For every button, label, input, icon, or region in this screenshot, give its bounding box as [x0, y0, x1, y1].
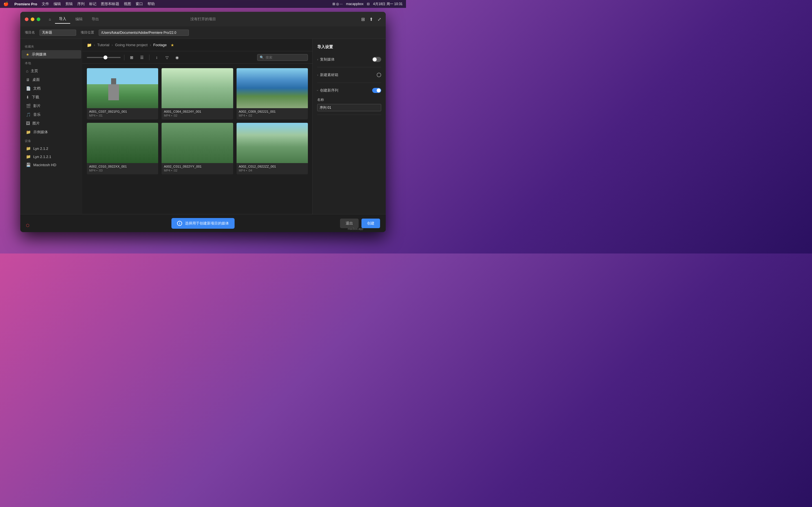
- sidebar-item-sample-media-fav[interactable]: ★ 示例媒体: [21, 50, 81, 59]
- sidebar-devices-title: 设备: [20, 136, 82, 144]
- copy-media-row: › 复制媒体: [317, 55, 381, 64]
- media-thumb-1: [87, 68, 158, 108]
- sidebar-macintosh-label: Macintosh HD: [33, 163, 56, 167]
- create-sequence-toggle-thumb: [377, 89, 380, 93]
- menubar-wifi: ⊟: [367, 2, 370, 6]
- sidebar-fav-label: 示例媒体: [32, 52, 47, 57]
- copy-media-chevron[interactable]: ›: [317, 58, 318, 61]
- project-location-label: 项目位置: [81, 30, 94, 35]
- apple-menu[interactable]: 🍎: [3, 1, 9, 6]
- filter-button[interactable]: ▽: [163, 54, 171, 61]
- sidebar-item-documents[interactable]: 📄 文档: [21, 84, 81, 93]
- sidebar-item-home[interactable]: ⌂ 主页: [21, 67, 81, 75]
- sidebar-movies-label: 影片: [33, 103, 41, 108]
- breadcrumb-footage[interactable]: Footage: [153, 43, 167, 47]
- expand-icon[interactable]: ⤢: [377, 17, 381, 22]
- media-card-5[interactable]: A002_C011_0922YY_001 MP4 • :02: [161, 123, 233, 174]
- tab-export[interactable]: 导出: [88, 15, 103, 23]
- sidebar-item-lyn-2121[interactable]: 📁 Lyn 2.1.2.1: [21, 153, 81, 161]
- star-icon: ★: [26, 52, 29, 57]
- media-thumb-2: [161, 68, 233, 108]
- traffic-lights: [25, 17, 40, 21]
- copy-media-toggle[interactable]: [372, 57, 381, 62]
- search-icon: 🔍: [260, 55, 264, 59]
- share-icon[interactable]: ⬆: [369, 17, 373, 22]
- preview-button[interactable]: ◉: [173, 54, 181, 61]
- sidebar-documents-label: 文档: [33, 86, 41, 91]
- menubar-file[interactable]: 文件: [42, 1, 49, 6]
- tab-home[interactable]: ⌂: [46, 15, 54, 23]
- sidebar-item-desktop[interactable]: 🖥 桌面: [21, 75, 81, 84]
- breadcrumb-going-home[interactable]: Going Home project: [115, 43, 148, 47]
- menubar-window[interactable]: 窗口: [136, 1, 143, 6]
- media-browser-icon[interactable]: ⊞: [361, 17, 365, 22]
- toolbar-separator-1: [124, 55, 124, 60]
- tab-import[interactable]: 导入: [55, 15, 70, 24]
- media-card-6[interactable]: A002_C012_0922ZZ_001 MP4 • :04: [237, 123, 308, 174]
- sequence-name-input[interactable]: [317, 104, 381, 111]
- media-toolbar: ⊞ ☰ ↕ ▽ ◉ 🔍: [82, 51, 312, 64]
- sidebar-item-lyn-212[interactable]: 📁 Lyn 2.1.2: [21, 145, 81, 152]
- search-bar[interactable]: 🔍: [257, 54, 308, 61]
- grid-view-button[interactable]: ⊞: [128, 54, 136, 61]
- titlebar-right-buttons: ⊞ ⬆ ⤢: [361, 17, 381, 22]
- menubar-sequence[interactable]: 序列: [77, 1, 85, 6]
- browser-area: 📁 › Tutorial › Going Home project › Foot…: [82, 39, 312, 214]
- project-name-input[interactable]: [40, 30, 76, 36]
- breadcrumb-tutorial[interactable]: Tutorial: [97, 43, 109, 47]
- new-bin-section: › 新建素材箱: [317, 71, 381, 83]
- menubar-marker[interactable]: 标记: [89, 1, 96, 6]
- create-seq-chevron[interactable]: ›: [316, 90, 319, 91]
- project-path-select[interactable]: /Users/fukai/Documents/Adobe/Premiere Pr…: [99, 30, 189, 36]
- menubar-datetime: 4月18日 周一 10:31: [373, 2, 403, 6]
- sidebar-item-macintosh-hd[interactable]: 💾 Macintosh HD: [21, 161, 81, 169]
- sidebar-sample-media-label: 示例媒体: [33, 129, 48, 135]
- menubar-help[interactable]: 帮助: [147, 1, 155, 6]
- eye-icon: ◉: [175, 55, 179, 60]
- tab-edit[interactable]: 编辑: [71, 15, 87, 23]
- new-bin-label: 新建素材箱: [320, 72, 338, 77]
- menubar-graphics[interactable]: 图形和标题: [101, 1, 119, 6]
- create-button[interactable]: 创建: [361, 219, 380, 228]
- sidebar-item-sample-media-local[interactable]: 📁 示例媒体: [21, 128, 81, 136]
- media-card-3[interactable]: A002_C009_092221_001 MP4 • :02: [237, 68, 308, 119]
- create-sequence-toggle[interactable]: [372, 88, 381, 93]
- new-bin-label-group: › 新建素材箱: [317, 72, 338, 77]
- breadcrumb-star-icon[interactable]: ★: [170, 43, 174, 47]
- menubar-app-name[interactable]: Premiere Pro: [14, 2, 37, 6]
- project-bar: 项目名 项目位置 /Users/fukai/Documents/Adobe/Pr…: [20, 26, 386, 39]
- list-view-button[interactable]: ☰: [138, 54, 146, 61]
- disk-icon: 💾: [26, 163, 31, 167]
- menubar-edit[interactable]: 编辑: [54, 1, 61, 6]
- sort-button[interactable]: ↕: [153, 54, 161, 61]
- right-panel: 导入设置 › 复制媒体 › 新建素材箱: [312, 39, 386, 214]
- new-bin-radio[interactable]: [377, 73, 381, 77]
- sidebar-item-photos[interactable]: 🖼 图片: [21, 119, 81, 128]
- drive-icon-2: 📁: [26, 154, 31, 159]
- fullscreen-button[interactable]: [37, 17, 40, 21]
- search-input[interactable]: [266, 55, 305, 59]
- sidebar-item-movies[interactable]: 🎬 影片: [21, 102, 81, 110]
- close-button[interactable]: [25, 17, 29, 21]
- titlebar-title: 没有打开的项目: [190, 17, 216, 22]
- drive-icon-1: 📁: [26, 146, 31, 151]
- zoom-slider[interactable]: [87, 57, 121, 58]
- media-info-4: A002_C010_0922XX_001 MP4 • :03: [87, 163, 158, 174]
- media-card-4[interactable]: A002_C010_0922XX_001 MP4 • :03: [87, 123, 158, 174]
- cancel-button[interactable]: 退出: [340, 219, 359, 228]
- zoom-slider-thumb[interactable]: [103, 55, 107, 59]
- new-bin-chevron[interactable]: ›: [317, 73, 318, 76]
- media-name-5: A002_C011_0922YY_001: [164, 165, 231, 168]
- breadcrumb-home-icon[interactable]: 📁: [87, 43, 92, 47]
- sidebar-item-music[interactable]: 🎵 音乐: [21, 110, 81, 119]
- menubar-view[interactable]: 视图: [124, 1, 131, 6]
- media-card-2[interactable]: A001_C064_09224Y_001 MP4 • :02: [161, 68, 233, 119]
- list-icon: ☰: [140, 55, 144, 60]
- media-card-1[interactable]: A001_C037_0921FG_001 MP4 • :01: [87, 68, 158, 119]
- sidebar-item-downloads[interactable]: ⬇ 下载: [21, 93, 81, 101]
- minimize-button[interactable]: [31, 17, 35, 21]
- sidebar-downloads-label: 下载: [32, 95, 39, 100]
- menubar-clip[interactable]: 剪辑: [65, 1, 73, 6]
- info-badge: i 选择用于创建新项目的媒体: [171, 218, 235, 229]
- media-thumb-3: [237, 68, 308, 108]
